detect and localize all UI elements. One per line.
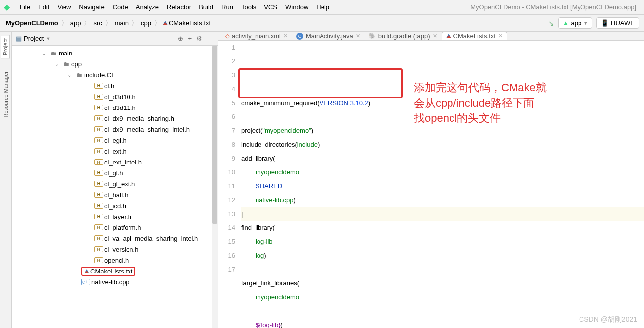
left-tool-strip: Project Resource Manager bbox=[0, 32, 12, 328]
menu-refactor[interactable]: Refactor bbox=[163, 3, 195, 11]
folder-icon: 🖿 bbox=[74, 71, 83, 79]
android-icon: ▲ bbox=[563, 19, 569, 27]
header-file-icon: H bbox=[94, 126, 103, 132]
watermark: CSDN @胡刚2021 bbox=[579, 315, 637, 324]
tree-file[interactable]: Hcl.h bbox=[15, 80, 218, 91]
dropdown-icon: ▼ bbox=[46, 36, 50, 41]
menu-run[interactable]: Run bbox=[217, 3, 237, 11]
tree-file[interactable]: Hcl_dx9_media_sharing_intel.h bbox=[15, 124, 218, 135]
tree-file[interactable]: Hcl_gl.h bbox=[15, 167, 218, 178]
header-file-icon: H bbox=[94, 94, 103, 100]
tab-main-activity[interactable]: CMainActivity.java✕ bbox=[292, 32, 365, 40]
breadcrumb[interactable]: MyOpenCLDemo〉 app〉 src〉 main〉 cpp〉 CMake… bbox=[5, 19, 212, 28]
device-selector[interactable]: 📱 HUAWE bbox=[596, 17, 639, 29]
header-file-icon: H bbox=[94, 159, 103, 165]
breadcrumb-file[interactable]: CMakeLists.txt bbox=[168, 19, 212, 27]
tab-cmakelists[interactable]: CMakeLists.txt✕ bbox=[442, 32, 507, 40]
tree-file[interactable]: Hcl_dx9_media_sharing.h bbox=[15, 113, 218, 124]
header-file-icon: H bbox=[94, 224, 103, 230]
header-file-icon: H bbox=[94, 105, 103, 110]
tree-file[interactable]: Hcl_d3d11.h bbox=[15, 102, 218, 113]
breadcrumb-item[interactable]: src bbox=[92, 19, 103, 27]
folder-icon: 🖿 bbox=[62, 60, 70, 68]
build-hammer-icon[interactable]: ↘ bbox=[548, 19, 554, 27]
cmake-icon bbox=[84, 268, 89, 275]
breadcrumb-item[interactable]: cpp bbox=[140, 19, 152, 27]
breadcrumb-item[interactable]: app bbox=[69, 19, 82, 27]
tool-tab-project[interactable]: Project bbox=[1, 35, 10, 58]
tab-activity-main[interactable]: ◇activity_main.xml✕ bbox=[221, 32, 292, 40]
java-class-icon: C bbox=[296, 33, 303, 40]
tree-file[interactable]: Hcl_d3d10.h bbox=[15, 91, 218, 102]
cmake-icon bbox=[163, 21, 168, 25]
tree-file-native-lib[interactable]: c++native-lib.cpp bbox=[15, 276, 218, 287]
tree-file[interactable]: Hcl_layer.h bbox=[15, 211, 218, 222]
header-file-icon: H bbox=[94, 181, 103, 187]
gradle-icon: 🐘 bbox=[369, 33, 376, 39]
settings-gear-icon[interactable]: ⚙ bbox=[196, 35, 202, 42]
close-icon[interactable]: ✕ bbox=[433, 33, 437, 39]
android-studio-logo-icon: ◆ bbox=[4, 2, 10, 12]
project-pane-title[interactable]: ▤ Project ▼ bbox=[16, 35, 50, 42]
tree-file[interactable]: Hopencl.h bbox=[15, 255, 218, 266]
close-icon[interactable]: ✕ bbox=[356, 33, 360, 39]
breadcrumb-root[interactable]: MyOpenCLDemo bbox=[5, 19, 59, 27]
project-tool-window: ▤ Project ▼ ⊕ ÷ ⚙ — ⌄🖿main ⌄🖿cpp ⌄🖿inclu… bbox=[12, 32, 218, 328]
menu-vcs[interactable]: VCS bbox=[260, 3, 281, 11]
tab-build-gradle[interactable]: 🐘build.gradle (:app)✕ bbox=[365, 32, 442, 40]
hide-icon[interactable]: — bbox=[207, 35, 214, 42]
header-file-icon: H bbox=[94, 170, 103, 176]
header-file-icon: H bbox=[94, 115, 103, 121]
tree-file[interactable]: Hcl_half.h bbox=[15, 189, 218, 200]
menu-code[interactable]: Code bbox=[109, 3, 132, 11]
header-file-icon: H bbox=[94, 137, 103, 143]
header-file-icon: H bbox=[94, 148, 103, 154]
tree-file[interactable]: Hcl_ext.h bbox=[15, 146, 218, 157]
run-config-selector[interactable]: ▲ app ▼ bbox=[558, 17, 593, 29]
menu-view[interactable]: View bbox=[53, 3, 75, 11]
red-box-annotation bbox=[238, 68, 403, 98]
header-file-icon: H bbox=[94, 83, 103, 89]
tree-file[interactable]: Hcl_version.h bbox=[15, 244, 218, 255]
header-file-icon: H bbox=[94, 203, 103, 209]
breadcrumb-item[interactable]: main bbox=[114, 19, 129, 27]
tree-file-cmakelists[interactable]: CMakeLists.txt bbox=[15, 266, 218, 276]
tree-file[interactable]: Hcl_egl.h bbox=[15, 135, 218, 146]
menu-build[interactable]: Build bbox=[195, 3, 217, 11]
tree-folder-cpp[interactable]: ⌄🖿cpp bbox=[15, 58, 218, 69]
editor-tabs: ◇activity_main.xml✕ CMainActivity.java✕ … bbox=[218, 32, 644, 41]
annotation-text: 添加完这句代码，CMake就会从cpp/include路径下面找opencl的头… bbox=[414, 80, 547, 126]
menu-window[interactable]: Window bbox=[281, 3, 312, 11]
xml-file-icon: ◇ bbox=[225, 33, 229, 39]
close-icon[interactable]: ✕ bbox=[498, 33, 503, 39]
menu-file[interactable]: File bbox=[16, 3, 34, 11]
tree-folder-main[interactable]: ⌄🖿main bbox=[15, 48, 218, 58]
cpp-file-icon: c++ bbox=[81, 279, 90, 285]
scrollbar[interactable] bbox=[212, 46, 218, 328]
menu-help[interactable]: Help bbox=[312, 3, 333, 11]
project-view-icon: ▤ bbox=[16, 35, 22, 42]
project-tree[interactable]: ⌄🖿main ⌄🖿cpp ⌄🖿include.CL Hcl.hHcl_d3d10… bbox=[12, 46, 218, 328]
header-file-icon: H bbox=[94, 246, 103, 252]
menu-navigate[interactable]: Navigate bbox=[75, 3, 108, 11]
tree-file[interactable]: Hcl_gl_ext.h bbox=[15, 178, 218, 189]
cmake-icon bbox=[446, 32, 451, 40]
editor-content[interactable]: 添加完这句代码，CMake就会从cpp/include路径下面找opencl的头… bbox=[241, 41, 644, 328]
menu-edit[interactable]: Edit bbox=[34, 3, 53, 11]
header-file-icon: H bbox=[94, 214, 103, 219]
tree-file[interactable]: Hcl_va_api_media_sharing_intel.h bbox=[15, 233, 218, 244]
tree-folder-include[interactable]: ⌄🖿include.CL bbox=[15, 69, 218, 80]
tree-file[interactable]: Hcl_icd.h bbox=[15, 200, 218, 211]
tree-file[interactable]: Hcl_platform.h bbox=[15, 222, 218, 233]
header-file-icon: H bbox=[94, 257, 103, 263]
header-file-icon: H bbox=[94, 192, 103, 198]
select-opened-file-icon[interactable]: ⊕ bbox=[178, 35, 183, 42]
dropdown-icon: ▼ bbox=[583, 21, 588, 26]
code-editor[interactable]: 1234567891011121314151617 添加完这句代码，CMake就… bbox=[218, 41, 644, 328]
tree-file[interactable]: Hcl_ext_intel.h bbox=[15, 157, 218, 167]
menu-analyze[interactable]: Analyze bbox=[132, 3, 163, 11]
tool-tab-resource-manager[interactable]: Resource Manager bbox=[2, 68, 10, 121]
close-icon[interactable]: ✕ bbox=[283, 33, 288, 39]
expand-all-icon[interactable]: ÷ bbox=[188, 35, 192, 42]
menu-tools[interactable]: Tools bbox=[237, 3, 260, 11]
